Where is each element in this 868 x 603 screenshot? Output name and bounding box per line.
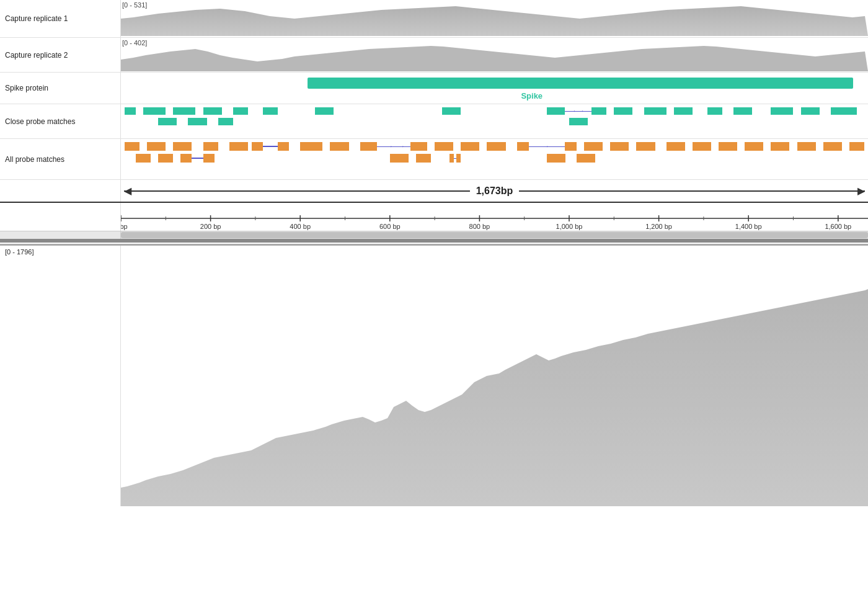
- svg-marker-29: [121, 289, 868, 506]
- ruler-content: 0 bp 200 bp 400 bp 600 bp 800 bp 1,: [121, 203, 868, 231]
- probe-orange-block: [849, 142, 864, 151]
- bottom-coverage-content: [121, 246, 868, 506]
- capture2-track: Capture replicate 2 [0 - 402]: [0, 38, 868, 73]
- probe-block: [733, 107, 752, 115]
- probe-orange-block: [719, 142, 737, 151]
- ruler-track: 0 bp 200 bp 400 bp 600 bp 800 bp 1,: [0, 202, 868, 231]
- all-probe-track: All probe matches → →: [0, 139, 868, 180]
- probe-orange-block: [390, 154, 409, 163]
- scrollbar-track[interactable]: [121, 231, 868, 239]
- probe-orange-block: [610, 142, 629, 151]
- probe-block: [263, 107, 278, 115]
- probe-block: [707, 107, 722, 115]
- probe-orange-block: [252, 142, 263, 151]
- probe-orange-block: [547, 154, 565, 163]
- probe-orange-block: [797, 142, 816, 151]
- probe-block: [614, 107, 632, 115]
- svg-text:1,000 bp: 1,000 bp: [556, 223, 583, 230]
- genome-browser: Capture replicate 1 [0 - 531] Capture re…: [0, 0, 868, 506]
- capture2-content: [0 - 402]: [121, 38, 868, 72]
- bottom-coverage-label: [0 - 1796]: [0, 246, 121, 506]
- spike-protein-label: Spike protein: [0, 73, 121, 104]
- probe-block: [801, 107, 820, 115]
- capture1-svg: [121, 0, 868, 37]
- probe-block: [218, 118, 233, 125]
- probe-orange-block: [173, 142, 192, 151]
- separator-line1: [0, 240, 868, 243]
- svg-text:0 bp: 0 bp: [121, 223, 128, 230]
- spike-protein-track: Spike protein Spike: [0, 73, 868, 104]
- probe-block: [644, 107, 666, 115]
- probe-block: [831, 107, 857, 115]
- svg-text:600 bp: 600 bp: [379, 223, 401, 230]
- close-probe-content: → →: [121, 104, 868, 138]
- probe-orange-block: [300, 142, 322, 151]
- probe-orange-block: [147, 142, 166, 151]
- scale-label-spacer: [0, 180, 121, 202]
- svg-text:800 bp: 800 bp: [469, 223, 490, 230]
- probe-block: [203, 107, 222, 115]
- probe-orange-block: [693, 142, 711, 151]
- capture2-range: [0 - 402]: [122, 39, 147, 47]
- probe-block: [569, 118, 588, 125]
- probe-block: [771, 107, 793, 115]
- scale-left-arrow: ◀: [124, 186, 131, 196]
- probe-block: [125, 107, 136, 115]
- svg-text:400 bp: 400 bp: [290, 223, 311, 230]
- probe-orange-block: [487, 142, 505, 151]
- svg-text:1,600 bp: 1,600 bp: [825, 223, 851, 230]
- svg-text:1,200 bp: 1,200 bp: [645, 223, 672, 230]
- probe-orange-block: [636, 142, 655, 151]
- probe-orange-block: [771, 142, 789, 151]
- probe-block: [158, 118, 177, 125]
- scrollbar-thumb[interactable]: [121, 232, 868, 238]
- probe-arrow-group: → →: [547, 107, 606, 115]
- capture1-content: [0 - 531]: [121, 0, 868, 37]
- probe-orange-block: [203, 154, 215, 163]
- close-probe-track: Close probe matches → →: [0, 104, 868, 139]
- bottom-coverage-row: [0 - 1796]: [0, 246, 868, 506]
- capture2-svg: [121, 38, 868, 72]
- capture1-range: [0 - 531]: [122, 1, 147, 9]
- probe-block: [173, 107, 195, 115]
- probe-block: [315, 107, 334, 115]
- probe-orange-block: [136, 154, 151, 163]
- ruler-label-spacer: [0, 203, 121, 231]
- probe-orange-arrow-small: [450, 154, 461, 163]
- probe-orange-arrow: → →: [360, 142, 427, 151]
- probe-block: [143, 107, 166, 115]
- probe-block: [442, 107, 461, 115]
- capture1-track: Capture replicate 1 [0 - 531]: [0, 0, 868, 38]
- probe-orange-block: [180, 154, 192, 163]
- probe-block: [233, 107, 248, 115]
- ruler-axis: 0 bp 200 bp 400 bp 600 bp 800 bp 1,: [121, 203, 868, 231]
- probe-orange-block: [125, 142, 140, 151]
- capture2-label: Capture replicate 2: [0, 38, 121, 72]
- spike-gene-label: Spike: [521, 91, 542, 100]
- probe-block: [188, 118, 206, 125]
- probe-orange-block: [229, 142, 248, 151]
- probe-block: [674, 107, 693, 115]
- probe-orange-block: [416, 154, 431, 163]
- probe-orange-block: [158, 154, 173, 163]
- all-probe-content: → → →: [121, 139, 868, 179]
- probe-orange-block: [278, 142, 289, 151]
- scale-right-arrow: ▶: [857, 186, 865, 196]
- scale-row: ◀ ▶ 1,673bp: [0, 180, 868, 202]
- all-probe-label: All probe matches: [0, 139, 121, 179]
- probe-orange-block: [330, 142, 348, 151]
- svg-marker-0: [121, 6, 868, 36]
- scale-size-label: 1,673bp: [470, 185, 520, 197]
- probe-orange-block: [435, 142, 453, 151]
- probe-orange-block: [577, 154, 595, 163]
- bottom-coverage-svg: [121, 246, 868, 506]
- probe-orange-block: [823, 142, 842, 151]
- probe-arrow-line: [263, 146, 278, 147]
- close-probe-label: Close probe matches: [0, 104, 121, 138]
- capture1-label: Capture replicate 1: [0, 0, 121, 37]
- probe-orange-block: [745, 142, 763, 151]
- scale-content: ◀ ▶ 1,673bp: [121, 180, 868, 202]
- scrollbar-area[interactable]: [0, 231, 868, 240]
- spike-gene-bar: [308, 78, 853, 89]
- spike-protein-content: Spike: [121, 73, 868, 104]
